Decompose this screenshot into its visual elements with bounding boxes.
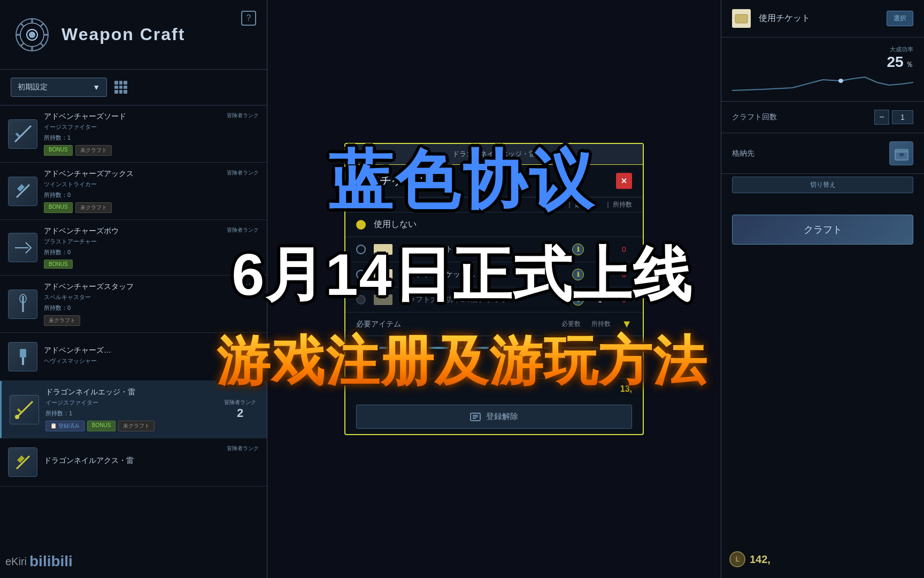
weapon-item[interactable]: アドベンチャーズソード イージスファイター 所持数：1 BONUS 未クラフト …	[0, 105, 267, 163]
uncraft-tag: 未クラフト	[75, 202, 112, 213]
weapon-info: アドベンチャーズ… ヘヴィスマッシャー	[44, 346, 259, 368]
weapon-tags: BONUS 未クラフト	[44, 145, 259, 156]
weapon-sub: スペルキャスター	[44, 293, 259, 301]
bonus-tag: BONUS	[44, 202, 73, 213]
weapon-tags: 未クラフト	[44, 315, 259, 326]
svg-point-23	[15, 415, 19, 419]
registered-tag: 📋 登録済み	[45, 421, 84, 431]
weapon-thumbnail	[10, 395, 39, 424]
modal-close-button[interactable]: ×	[616, 173, 632, 189]
bonus-tag: BONUS	[87, 421, 116, 431]
ticket-row[interactable]: クラフト大成功率1.3倍チケット ℹ 1 0	[345, 287, 643, 313]
craft-button-area: クラフト	[721, 204, 924, 255]
uncraft-tag: 未クラフト	[75, 145, 112, 156]
modal-title-bar: 使用チケット ×	[345, 165, 643, 197]
owned-col-header: ｜ 所持数	[605, 200, 632, 209]
ticket-icon-small	[374, 244, 392, 255]
rank-badge: 冒険者ランク 2	[224, 399, 256, 420]
svg-rect-19	[20, 349, 26, 358]
craft-times-label: クラフト回数	[732, 112, 777, 122]
ticket-icon-small	[374, 294, 392, 305]
weapon-craft-icon	[13, 16, 51, 54]
required-items-header: 必要アイテム 必要数 所持数 ▼	[345, 313, 643, 336]
modal-items-area	[345, 336, 643, 379]
rank-info: 冒険者ランク	[227, 445, 259, 452]
currency-display: L 142,	[729, 551, 771, 567]
svg-line-8	[41, 43, 43, 46]
modal-title: 使用チケット	[356, 173, 429, 189]
ticket-row[interactable]: クラフト…チケット… ℹ 1 0	[345, 262, 643, 287]
panel-title: Weapon Craft	[61, 25, 185, 44]
decrease-button[interactable]: −	[874, 110, 889, 125]
weapon-thumbnail	[8, 342, 37, 371]
no-use-option[interactable]: 使用しない	[345, 212, 643, 237]
ticket-req: 1	[592, 270, 608, 279]
right-panel: 使用チケット 選択 大成功率 25 ％ クラフト回数 − 1 格納先	[721, 0, 924, 578]
craft-button[interactable]: クラフト	[732, 215, 913, 245]
radio-unselected	[356, 245, 366, 254]
weapon-sub: ヘヴィスマッシャー	[44, 357, 259, 365]
ticket-name: クラフト大成功率1.3倍チケット	[401, 295, 564, 305]
uncraft-tag: 未クラフト	[118, 421, 155, 431]
bilibili-logo: bilibili	[29, 553, 73, 570]
weapon-tags: BONUS 未クラフト	[44, 202, 259, 213]
weapon-thumbnail	[8, 233, 37, 262]
currency-value: 142,	[750, 553, 771, 566]
craft-times-value[interactable]: 1	[892, 110, 913, 124]
info-icon[interactable]: ℹ	[572, 269, 584, 280]
weapon-list: アドベンチャーズソード イージスファイター 所持数：1 BONUS 未クラフト …	[0, 105, 267, 576]
weapon-item[interactable]: ドラゴンネイルアクス・雷 冒険者ランク	[0, 438, 267, 486]
weapon-sub: ツインストライカー	[44, 180, 259, 188]
radio-selected	[356, 220, 366, 230]
switch-button[interactable]: 切り替え	[732, 177, 913, 193]
weapon-count: 所持数：1	[44, 134, 259, 142]
info-icon[interactable]: ℹ	[572, 244, 584, 255]
weapon-sub: イージスファイター	[44, 123, 259, 131]
modal-columns: ｜ 必要数 ｜ 所持数	[345, 197, 643, 212]
weapon-count: 所持数：0	[44, 304, 259, 312]
weapon-item[interactable]: アドベンチャーズアックス ツインストライカー 所持数：0 BONUS 未クラフト…	[0, 163, 267, 220]
rank-info: ランク	[243, 282, 259, 290]
ticket-req: 1	[592, 245, 608, 254]
watermark: eKiri bilibili	[5, 553, 73, 570]
ticket-name: クラフト…チケット…	[401, 270, 564, 279]
grid-view-button[interactable]	[112, 79, 129, 96]
weapon-item[interactable]: アドベンチャーズ… ヘヴィスマッシャー	[0, 333, 267, 381]
rank-info: 冒険者ランク	[227, 169, 259, 177]
weapon-item[interactable]: アドベンチャーズボウ ブラストアーチャー 所持数：0 BONUS 冒険者ランク	[0, 220, 267, 276]
weapon-sub: ブラストアーチャー	[44, 238, 259, 246]
items-progress-bar	[356, 347, 632, 349]
bottom-row: L 142,	[729, 551, 916, 567]
svg-line-7	[21, 24, 24, 26]
switch-area: 切り替え	[721, 177, 924, 193]
craft-times-control: − 1	[874, 110, 913, 125]
weapon-item-active[interactable]: ドラゴンネイルエッジ・雷 イージスファイター 所持数：1 📋 登録済み BONU…	[0, 381, 267, 438]
craft-times-row: クラフト回数 − 1	[721, 102, 924, 133]
svg-line-10	[41, 24, 43, 26]
filter-dropdown[interactable]: 初期設定 ▼	[11, 78, 107, 97]
watermark-name: eKiri	[5, 556, 27, 568]
ticket-label: 使用チケット	[759, 13, 879, 24]
select-button[interactable]: 選択	[887, 11, 913, 26]
req-owned-header: 所持数	[591, 320, 611, 329]
weapon-name: アドベンチャーズスタッフ	[44, 282, 259, 292]
register-button[interactable]: 登録解除	[356, 405, 632, 429]
help-button[interactable]: ?	[241, 11, 256, 26]
rank-info: 冒険者ランク	[227, 226, 259, 234]
success-rate-unit: ％	[906, 60, 913, 69]
modal-topbar: ドラゴンネイルエッジ・雷	[345, 144, 643, 165]
req-count-header: 必要数	[561, 320, 581, 329]
items-progress-fill	[356, 347, 522, 349]
weapon-name: アドベンチャーズ…	[44, 346, 259, 355]
weapon-item[interactable]: アドベンチャーズスタッフ スペルキャスター 所持数：0 未クラフト ランク	[0, 276, 267, 333]
modal-overlay: ドラゴンネイルエッジ・雷 使用チケット × ｜ 必要数 ｜ 所持数 使用しない …	[267, 0, 721, 578]
svg-point-11	[29, 32, 35, 38]
svg-rect-30	[895, 149, 908, 152]
ticket-row[interactable]: 転球…クラフト成功… ℹ 1 0	[345, 237, 643, 262]
weapon-thumbnail	[8, 290, 37, 319]
dropdown-arrow[interactable]: ▼	[621, 318, 632, 330]
left-panel: Weapon Craft ? 初期設定 ▼ アドベンチャーズソ	[0, 0, 267, 578]
info-icon[interactable]: ℹ	[572, 294, 584, 306]
required-col-header: ｜ 必要数	[566, 200, 594, 209]
weapon-name: ドラゴンネイルエッジ・雷	[45, 387, 259, 397]
